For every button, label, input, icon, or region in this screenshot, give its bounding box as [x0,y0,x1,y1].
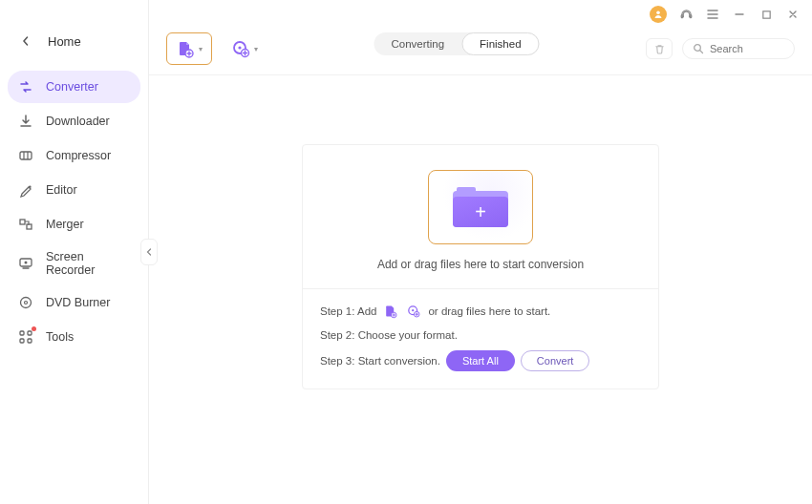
home-label[interactable]: Home [48,34,81,49]
svg-point-6 [25,302,28,304]
sidebar-item-screen-recorder[interactable]: Screen Recorder [8,242,140,284]
search-box[interactable] [682,38,795,59]
svg-rect-1 [20,220,25,224]
svg-point-22 [413,309,415,311]
back-icon[interactable] [17,32,34,50]
tab-converting[interactable]: Converting [374,32,461,55]
sidebar-item-label: DVD Burner [46,296,110,309]
drop-upper: + Add or drag files here to start conver… [303,145,658,288]
sidebar-item-label: Screen Recorder [46,250,131,277]
sidebar-nav: Converter Downloader Compressor Editor [0,63,148,353]
svg-rect-7 [20,331,24,335]
toolbar-center: Converting Finished [277,32,636,65]
maximize-icon[interactable] [759,7,774,22]
support-icon[interactable] [678,7,694,22]
status-tabs: Converting Finished [374,32,539,55]
svg-rect-8 [28,331,32,335]
svg-rect-14 [762,10,769,17]
sidebar-item-label: Downloader [46,115,110,128]
menu-icon[interactable] [705,7,720,22]
content-area: + Add or drag files here to start conver… [149,75,812,504]
dvd-burner-icon [17,294,34,311]
trash-button[interactable] [646,38,673,59]
tools-icon [17,328,34,346]
step1-suffix: or drag files here to start. [428,305,550,317]
svg-rect-9 [20,339,24,343]
step3-text: Step 3: Start conversion. [320,355,440,367]
toolbar-right [646,38,795,59]
compressor-icon [17,147,34,164]
svg-point-4 [25,262,28,264]
svg-point-11 [656,11,660,15]
step1-prefix: Step 1: Add [320,305,376,317]
svg-rect-10 [28,339,32,343]
screen-recorder-icon [17,255,34,272]
tab-finished[interactable]: Finished [461,32,539,55]
sidebar-item-label: Compressor [46,149,111,162]
svg-point-5 [21,298,32,308]
main-area: ▾ ▾ Converting Finished [149,0,812,504]
downloader-icon [17,113,34,130]
search-input[interactable] [710,43,812,54]
drop-card: + Add or drag files here to start conver… [302,144,659,389]
sidebar-header: Home [0,27,148,63]
step-3: Step 3: Start conversion. Start All Conv… [320,350,641,371]
step-1: Step 1: Add or drag files here to start. [320,303,641,320]
minimize-icon[interactable] [732,7,747,22]
sidebar-item-tools[interactable]: Tools [8,321,140,353]
step-2: Step 2: Choose your format. [320,329,641,341]
chevron-down-icon: ▾ [254,45,258,53]
add-disc-button[interactable]: ▾ [222,32,267,65]
sidebar-item-dvd-burner[interactable]: DVD Burner [8,286,140,319]
drop-hint: Add or drag files here to start conversi… [377,258,584,271]
app-root: Home Converter Downloader Compressor [0,0,812,504]
sidebar-item-converter[interactable]: Converter [8,71,140,103]
sidebar-item-label: Merger [46,218,84,231]
search-icon [693,43,704,54]
sidebar-item-merger[interactable]: Merger [8,208,140,241]
close-icon[interactable] [785,7,801,22]
editor-icon [17,181,34,199]
add-file-button[interactable]: ▾ [166,32,212,65]
chevron-down-icon: ▾ [199,45,203,53]
svg-rect-0 [20,152,32,159]
sidebar: Home Converter Downloader Compressor [0,0,149,504]
converter-icon [17,78,34,95]
sidebar-item-label: Converter [46,80,98,94]
drop-zone[interactable]: + [428,170,533,244]
sidebar-item-label: Tools [46,330,74,344]
folder-add-icon: + [453,187,508,227]
step2-text: Step 2: Choose your format. [320,329,458,341]
sidebar-item-label: Editor [46,183,77,197]
sidebar-item-compressor[interactable]: Compressor [8,139,140,172]
svg-point-19 [694,45,701,52]
sidebar-item-editor[interactable]: Editor [8,174,140,206]
drop-steps: Step 1: Add or drag files here to start.… [303,288,658,388]
add-disc-mini-icon [405,303,422,320]
sidebar-item-downloader[interactable]: Downloader [8,105,140,137]
toolbar: ▾ ▾ Converting Finished [149,25,812,75]
svg-point-17 [238,46,241,49]
merger-icon [17,216,34,233]
convert-button[interactable]: Convert [521,350,590,371]
add-file-mini-icon [382,303,399,320]
user-avatar-icon[interactable] [650,6,667,23]
titlebar [149,0,812,25]
start-all-button[interactable]: Start All [446,350,515,371]
